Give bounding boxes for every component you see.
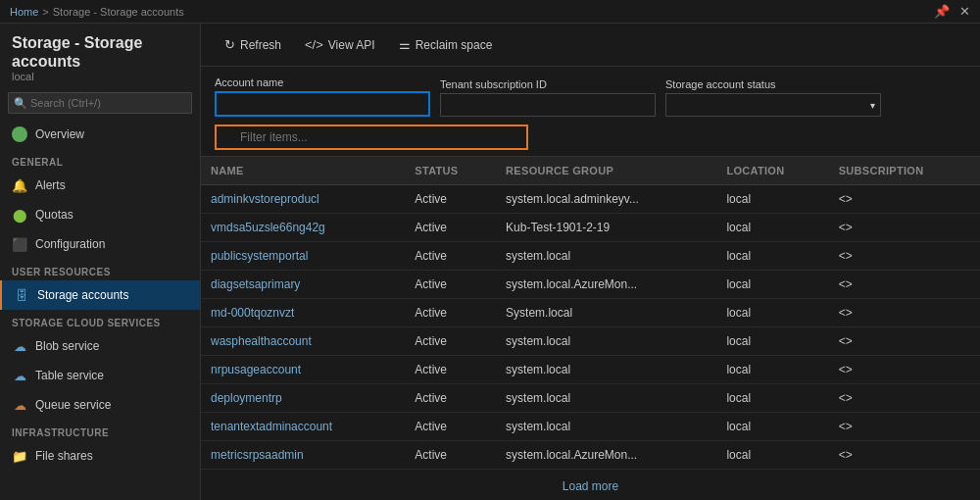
sidebar-item-storage-accounts[interactable]: 🗄 Storage accounts xyxy=(0,280,200,310)
top-bar-icons: 📌 ✕ xyxy=(934,4,970,19)
table-row: md-000tqoznvzt Active System.local local… xyxy=(201,299,980,327)
cell-location: local xyxy=(716,185,828,214)
cell-name[interactable]: diagsetsaprimary xyxy=(201,271,405,299)
filter-items-wrapper: 🔍 xyxy=(215,125,528,150)
cell-subscription: <> xyxy=(829,327,980,356)
view-api-button[interactable]: </> View API xyxy=(295,33,385,56)
status-label: Storage account status xyxy=(665,78,881,90)
refresh-button[interactable]: ↻ Refresh xyxy=(215,33,291,56)
sidebar-title: Storage - Storage accounts xyxy=(12,33,188,71)
table-row: wasphealthaccount Active system.local lo… xyxy=(201,327,980,356)
sidebar-label-alerts: Alerts xyxy=(35,178,66,192)
sidebar-item-configuration[interactable]: ⬛ Configuration xyxy=(0,229,200,259)
cell-resource-group: system.local.AzureMon... xyxy=(496,271,716,299)
cell-name[interactable]: adminkvstoreproducl xyxy=(201,185,405,214)
sidebar-header: Storage - Storage accounts local xyxy=(0,24,200,86)
cell-resource-group: system.local xyxy=(496,242,716,271)
sidebar: Storage - Storage accounts local 🔍 Overv… xyxy=(0,24,201,500)
cell-resource-group: system.local.adminkeyv... xyxy=(496,185,716,214)
sidebar-item-file-shares[interactable]: 📁 File shares xyxy=(0,441,200,471)
cell-name[interactable]: metricsrpsaadmin xyxy=(201,441,405,470)
cell-resource-group: system.local xyxy=(496,413,716,441)
cell-subscription: <> xyxy=(829,356,980,384)
cell-name[interactable]: tenantextadminaccount xyxy=(201,413,405,441)
cell-status: Active xyxy=(405,441,496,470)
overview-label: Overview xyxy=(35,127,84,141)
cell-subscription: <> xyxy=(829,242,980,271)
cell-name[interactable]: deploymentrp xyxy=(201,384,405,413)
col-name: NAME xyxy=(201,157,405,185)
sidebar-label-quotas: Quotas xyxy=(35,208,74,222)
status-select[interactable]: Active Inactive xyxy=(665,93,881,117)
content-area: ↻ Refresh </> View API ⚌ Reclaim space A… xyxy=(201,24,980,500)
sidebar-subtitle: local xyxy=(12,71,188,82)
cell-name[interactable]: nrpusageaccount xyxy=(201,356,405,384)
cell-status: Active xyxy=(405,384,496,413)
cell-name[interactable]: publicsystemportal xyxy=(201,242,405,271)
table-body: adminkvstoreproducl Active system.local.… xyxy=(201,185,980,470)
reclaim-label: Reclaim space xyxy=(416,38,493,52)
cell-location: local xyxy=(716,327,828,356)
sidebar-search-wrapper: 🔍 xyxy=(0,86,200,120)
cell-resource-group: system.local xyxy=(496,356,716,384)
tenant-sub-label: Tenant subscription ID xyxy=(440,78,656,90)
cell-name[interactable]: wasphealthaccount xyxy=(201,327,405,356)
main-layout: Storage - Storage accounts local 🔍 Overv… xyxy=(0,24,980,500)
cell-resource-group: System.local xyxy=(496,299,716,327)
cell-subscription: <> xyxy=(829,185,980,214)
storage-accounts-icon: 🗄 xyxy=(14,287,29,303)
refresh-label: Refresh xyxy=(240,38,281,52)
cell-subscription: <> xyxy=(829,384,980,413)
table-row: metricsrpsaadmin Active system.local.Azu… xyxy=(201,441,980,470)
sidebar-item-quotas[interactable]: ⬤ Quotas xyxy=(0,200,200,229)
status-select-wrapper: Active Inactive xyxy=(665,93,881,117)
cell-subscription: <> xyxy=(829,441,980,470)
cell-name[interactable]: vmdsa5uzsle66ng42g xyxy=(201,214,405,242)
close-icon[interactable]: ✕ xyxy=(959,4,970,19)
sidebar-label-blob: Blob service xyxy=(35,339,99,353)
reclaim-icon: ⚌ xyxy=(399,37,411,52)
reclaim-space-button[interactable]: ⚌ Reclaim space xyxy=(389,33,503,56)
tenant-sub-input[interactable] xyxy=(440,93,656,117)
cell-subscription: <> xyxy=(829,214,980,242)
filter-items-input[interactable] xyxy=(215,125,528,150)
cell-resource-group: system.local.AzureMon... xyxy=(496,441,716,470)
cell-resource-group: Kub-Test-1901-2-19 xyxy=(496,214,716,242)
sidebar-section-general: GENERAL xyxy=(0,149,200,171)
cell-status: Active xyxy=(405,413,496,441)
table-icon: ☁ xyxy=(12,368,27,383)
col-subscription: SUBSCRIPTION xyxy=(829,157,980,185)
sidebar-section-cloud-services: STORAGE CLOUD SERVICES xyxy=(0,310,200,331)
sidebar-search-icon: 🔍 xyxy=(14,97,27,110)
cell-subscription: <> xyxy=(829,299,980,327)
sidebar-item-queue-service[interactable]: ☁ Queue service xyxy=(0,390,200,420)
sidebar-section-infrastructure: INFRASTRUCTURE xyxy=(0,420,200,441)
sidebar-search-input[interactable] xyxy=(8,92,192,114)
cell-status: Active xyxy=(405,271,496,299)
cell-location: local xyxy=(716,413,828,441)
tenant-sub-field: Tenant subscription ID xyxy=(440,78,656,117)
breadcrumb-current: Storage - Storage accounts xyxy=(53,6,184,18)
account-name-input[interactable] xyxy=(215,91,430,117)
sidebar-item-alerts[interactable]: 🔔 Alerts xyxy=(0,171,200,200)
view-api-label: View API xyxy=(328,38,375,52)
file-shares-icon: 📁 xyxy=(12,448,27,464)
table-row: deploymentrp Active system.local local <… xyxy=(201,384,980,413)
cell-resource-group: system.local xyxy=(496,384,716,413)
sidebar-item-overview[interactable]: Overview xyxy=(0,120,200,149)
cell-location: local xyxy=(716,242,828,271)
account-name-field: Account name xyxy=(215,76,430,117)
table-row: tenantextadminaccount Active system.loca… xyxy=(201,413,980,441)
cell-name[interactable]: md-000tqoznvzt xyxy=(201,299,405,327)
breadcrumb-home[interactable]: Home xyxy=(10,6,38,18)
filter-row: Account name Tenant subscription ID Stor… xyxy=(215,76,966,117)
load-more-button[interactable]: Load more xyxy=(201,470,980,500)
quota-icon: ⬤ xyxy=(12,207,27,223)
cell-status: Active xyxy=(405,327,496,356)
pin-icon[interactable]: 📌 xyxy=(934,4,950,19)
cell-status: Active xyxy=(405,299,496,327)
cell-location: local xyxy=(716,441,828,470)
sidebar-item-blob-service[interactable]: ☁ Blob service xyxy=(0,331,200,361)
sidebar-item-table-service[interactable]: ☁ Table service xyxy=(0,361,200,390)
view-api-icon: </> xyxy=(305,37,323,52)
